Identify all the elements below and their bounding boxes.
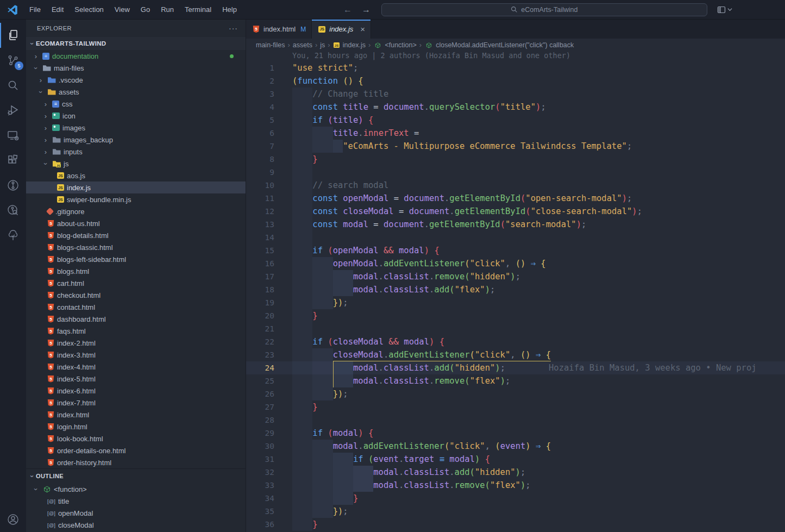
code-line[interactable]: 9 (246, 166, 785, 179)
activity-source-control-icon[interactable]: 5 (0, 48, 26, 73)
code-line[interactable]: 4const title = document.querySelector("t… (246, 101, 785, 114)
tree-item-order-details-one.html[interactable]: ›order-details-one.html (26, 445, 246, 456)
tree-item-aos.js[interactable]: ›aos.js (26, 170, 246, 181)
tree-item-css[interactable]: ›css (26, 98, 246, 110)
breadcrumb-item[interactable]: closeModal.addEventListener("click") cal… (436, 41, 574, 49)
command-center-search[interactable]: eComArts-Tailwind (381, 3, 707, 16)
code-line[interactable]: 19}); (246, 296, 785, 309)
tree-item-blogs.html[interactable]: ›blogs.html (26, 265, 246, 277)
tree-item-title[interactable]: ›[@]title (26, 495, 246, 507)
code-line[interactable]: 6title.innerText = (246, 127, 785, 140)
code-line[interactable]: 30modal.addEventListener("click", (event… (246, 440, 785, 453)
tree-item-order-history.html[interactable]: ›order-history.html (26, 456, 246, 468)
code-line[interactable]: 32modal.classList.add("hidden"); (246, 466, 785, 479)
code-line[interactable]: 7"eComArts - Multipurpose eCommerce Tail… (246, 140, 785, 153)
menu-help[interactable]: Help (217, 3, 242, 16)
code-line[interactable]: 11const openModal = document.getElementB… (246, 192, 785, 205)
code-line[interactable]: 21 (246, 322, 785, 335)
activity-remote-explorer-icon[interactable] (0, 123, 26, 148)
tree-item-index-3.html[interactable]: ›index-3.html (26, 349, 246, 361)
code-line[interactable]: 2(function () { (246, 74, 785, 87)
tree-item-about-us.html[interactable]: ›about-us.html (26, 217, 246, 229)
chevron-expanded-icon[interactable]: › (32, 485, 40, 493)
tree-item-dashboard.html[interactable]: ›dashboard.html (26, 313, 246, 325)
tree-item-cart.html[interactable]: ›cart.html (26, 277, 246, 289)
tree-item--function-[interactable]: ›<function> (26, 483, 246, 495)
tree-item-checkout.html[interactable]: ›checkout.html (26, 289, 246, 301)
code-line[interactable]: 16openModal.addEventListener("click", ()… (246, 257, 785, 270)
chevron-expanded-icon[interactable]: › (37, 88, 45, 96)
code-line[interactable]: 3// Change title (246, 87, 785, 101)
tree-item-closemodal[interactable]: ›[@]closeModal (26, 519, 246, 531)
tree-item-blogs-left-sidebar.html[interactable]: ›blogs-left-sidebar.html (26, 253, 246, 265)
tree-item-openmodal[interactable]: ›[@]openModal (26, 507, 246, 519)
code-line[interactable]: 1"use strict"; (246, 61, 785, 74)
code-line[interactable]: 31if (event.target ≡ modal) { (246, 453, 785, 466)
tree-item-images[interactable]: ›images (26, 122, 246, 134)
chevron-collapsed-icon[interactable]: › (42, 136, 49, 144)
menu-terminal[interactable]: Terminal (180, 3, 216, 16)
tree-item-contact.html[interactable]: ›contact.html (26, 301, 246, 313)
chevron-collapsed-icon[interactable]: › (42, 148, 49, 156)
breadcrumb-item[interactable]: <function> (385, 41, 416, 49)
tree-item-inputs[interactable]: ›inputs (26, 146, 246, 158)
menu-view[interactable]: View (110, 3, 135, 16)
chevron-collapsed-icon[interactable]: › (42, 124, 49, 132)
menu-run[interactable]: Run (156, 3, 179, 16)
code-line[interactable]: 18modal.classList.add("flex"); (246, 283, 785, 296)
tree-item-icon[interactable]: ›icon (26, 110, 246, 122)
code-line[interactable]: 34} (246, 492, 785, 505)
menu-go[interactable]: Go (136, 3, 155, 16)
code-line[interactable]: 23closeModal.addEventListener("click", (… (246, 348, 785, 361)
chevron-collapsed-icon[interactable]: › (42, 112, 49, 120)
project-root-row[interactable]: › ECOMARTS-TAILWIND (26, 37, 246, 50)
activity-gitlens-icon[interactable] (0, 173, 26, 198)
tree-item-look-book.html[interactable]: ›look-book.html (26, 433, 246, 445)
code-line[interactable]: 29if (modal) { (246, 427, 785, 440)
code-line[interactable]: 10// search modal (246, 179, 785, 192)
menu-selection[interactable]: Selection (70, 3, 108, 16)
code-line[interactable]: 24modal.classList.add("hidden");Hozaifa … (246, 361, 785, 374)
tree-item-index.js[interactable]: ›index.js (26, 181, 246, 193)
code-line[interactable]: 8} (246, 153, 785, 166)
tree-item-swiper-bundle.min.js[interactable]: ›swiper-bundle.min.js (26, 193, 246, 205)
tree-item-index-2.html[interactable]: ›index-2.html (26, 337, 246, 349)
activity-accounts-icon[interactable] (0, 507, 26, 532)
code-line[interactable]: 28 (246, 414, 785, 427)
tab-index.html[interactable]: index.htmlM (246, 20, 312, 39)
breadcrumb-item[interactable]: main-files (256, 41, 285, 49)
activity-search-icon[interactable] (0, 73, 26, 98)
tab-index.js[interactable]: index.js× (312, 20, 371, 39)
nav-forward-icon[interactable]: → (361, 5, 372, 15)
code-line[interactable]: 15if (openModal && modal) { (246, 244, 785, 257)
code-editor[interactable]: You, 21 hours ago | 2 authors (Hozaifa B… (246, 51, 785, 532)
code-line[interactable]: 22if (closeModal && modal) { (246, 335, 785, 348)
code-line[interactable]: 33modal.classList.remove("flex"); (246, 479, 785, 492)
tree-item-blogs-classic.html[interactable]: ›blogs-classic.html (26, 241, 246, 253)
code-line[interactable]: 17modal.classList.remove("hidden"); (246, 270, 785, 283)
tree-item-images-backup[interactable]: ›images_backup (26, 134, 246, 146)
chevron-expanded-icon[interactable]: › (42, 160, 50, 167)
code-line[interactable]: 36} (246, 518, 785, 531)
activity-explorer-icon[interactable] (0, 23, 26, 48)
code-line[interactable]: 12const closeModal = document.getElement… (246, 205, 785, 218)
chevron-collapsed-icon[interactable]: › (42, 100, 49, 108)
tree-item-.gitignore[interactable]: ›.gitignore (26, 205, 246, 217)
code-line[interactable]: 26}); (246, 387, 785, 400)
tree-item-documentation[interactable]: ›documentation (26, 50, 246, 62)
activity-todo-tree-icon[interactable] (0, 223, 26, 248)
breadcrumb-item[interactable]: js (320, 41, 325, 49)
code-line[interactable]: 35}); (246, 505, 785, 518)
menu-file[interactable]: File (24, 3, 46, 16)
tree-item-index-7.html[interactable]: ›index-7.html (26, 397, 246, 409)
activity-extensions-icon[interactable] (0, 148, 26, 173)
code-line[interactable]: 20} (246, 309, 785, 322)
tree-item-js[interactable]: ›JSjs (26, 158, 246, 170)
breadcrumb-item[interactable]: assets (293, 41, 312, 49)
activity-run-debug-icon[interactable] (0, 98, 26, 123)
code-line[interactable]: 5if (title) { (246, 114, 785, 127)
tree-item-blog-details.html[interactable]: ›blog-details.html (26, 229, 246, 241)
code-line[interactable]: 14 (246, 231, 785, 244)
code-line[interactable]: 13const modal = document.getElementById(… (246, 218, 785, 231)
menu-edit[interactable]: Edit (47, 3, 68, 16)
